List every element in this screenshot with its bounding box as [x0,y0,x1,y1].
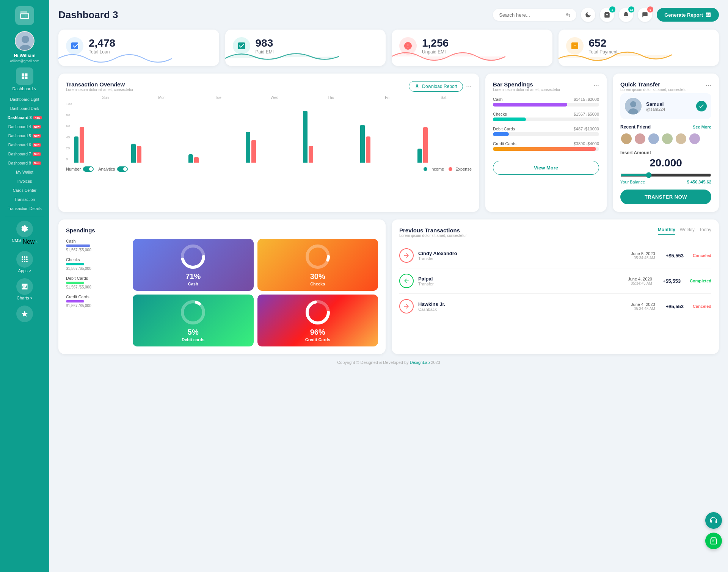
cms-section[interactable]: CMS New › [12,238,38,246]
moon-btn[interactable] [581,8,595,22]
fab-support[interactable] [705,512,722,529]
spending-cash-fill [493,103,567,107]
transaction-overview-card: Transaction Overview Lorem ipsum dolor s… [58,74,479,212]
number-toggle-pill[interactable] [83,166,94,172]
friend-avatar-3[interactable] [648,133,660,145]
charts-label[interactable]: Charts [17,296,33,300]
sidebar-email: william@gmail.com [10,59,39,63]
number-toggle[interactable]: Number [66,166,94,172]
sidebar-item-dashboard-light[interactable]: Dashboard Light [3,95,47,103]
sidebar-item-invoices[interactable]: Invoices [3,177,47,185]
charts-icon-btn[interactable] [16,278,33,295]
friend-avatar-5[interactable] [675,133,687,145]
transfer-user-handle: @sam224 [646,107,665,111]
sidebar-item-transaction-details[interactable]: Transaction Details [3,204,47,213]
quick-transfer-subtitle: Lorem ipsum dolor sit amet, consectetur [620,88,688,92]
download-report-button[interactable]: Download Report [409,81,463,92]
spending-row-debit: Debit Cards $487 /$10000 [493,127,599,136]
cms-icon-btn[interactable] [16,221,33,237]
amount-slider[interactable] [620,172,711,178]
bar-teal-4 [303,111,308,163]
analytics-toggle[interactable]: Analytics [98,166,128,172]
sidebar-item-transaction[interactable]: Transaction [3,195,47,204]
checks-donut-label: Checks [310,282,325,286]
footer-link[interactable]: DexignLab [410,360,430,365]
sidebar-item-dashboard-dark[interactable]: Dashboard Dark [3,104,47,113]
sidebar-logo[interactable] [15,6,34,25]
sidebar-item-my-wallet[interactable]: My Wallet [3,168,47,176]
tx-paipal-icon [399,274,414,288]
debit-donut-svg [180,299,206,326]
user-avatar-img [16,32,35,51]
badge-new-4: New [33,125,41,129]
svg-point-6 [22,259,23,260]
star-icon-btn[interactable] [16,306,33,322]
sidebar-item-dashboard-5[interactable]: Dashboard 5 New [3,132,47,140]
apps-label[interactable]: Apps [18,268,31,273]
tx-paipal-date-group: June 4, 2020 05:34:45 AM [628,277,652,285]
bar-spendings-more-button[interactable]: ··· [593,81,599,89]
credit-donut-label: Credit Cards [305,337,330,342]
download-icon [414,84,420,89]
credit-donut-svg [304,299,331,326]
dashboard-icon-btn[interactable] [16,67,33,85]
spendings-body: Cash $1,567 /$5,000 Checks $1,567 /$5,00… [66,239,378,346]
friend-avatar-6[interactable] [689,133,701,145]
chart-body-wrapper: 100 80 60 40 20 0 [66,102,472,163]
transfer-now-button[interactable]: TRANSFER NOW [620,190,711,204]
chart-legend-left: Number Analytics [66,166,128,172]
bar-teal-1 [131,144,136,163]
analytics-toggle-pill[interactable] [117,166,128,172]
search-box[interactable] [493,9,576,21]
sidebar-item-dashboard-4[interactable]: Dashboard 4 New [3,122,47,131]
cms-badge: New [22,238,35,245]
message-btn[interactable]: 5 [638,8,652,22]
friend-avatar-1[interactable] [620,133,632,145]
tx-cindy-status: Canceled [693,253,711,258]
sidebar-item-dashboard-8[interactable]: Dashboard 8 New [3,159,47,167]
grid-icon [21,72,28,80]
spending-item-checks-bar [66,263,84,265]
amount-value: 20.000 [620,157,711,169]
quick-transfer-more-button[interactable]: ··· [706,81,711,89]
sidebar-item-cards-center[interactable]: Cards Center [3,186,47,194]
unpaid-emi-wave [392,47,505,66]
quick-transfer-header: Quick Transfer Lorem ipsum dolor sit ame… [620,81,711,92]
see-more-link[interactable]: See More [693,125,711,129]
tx-cindy-name: Cindy Alexandro [418,251,457,256]
search-input[interactable] [499,12,562,18]
loan-wave [58,47,172,66]
tx-hawkins-info: Hawkins Jr. Cashback [418,301,446,312]
apps-icon-btn[interactable] [16,251,33,268]
spending-item-debit-values: $1,567 /$5,000 [66,285,127,289]
badge-new-6: New [33,143,41,147]
tx-paipal-arrow-icon [403,277,410,284]
bar-group-3 [246,132,300,163]
spending-item-debit: Debit Cards $1,567 /$5,000 [66,276,127,289]
friend-avatar-2[interactable] [634,133,646,145]
bar-red-3 [251,140,256,163]
friend-avatar-4[interactable] [661,133,673,145]
bar-red-0 [80,127,84,163]
sidebar-username: Hi,William [14,53,35,58]
sidebar-item-dashboard-7[interactable]: Dashboard 7 New [3,150,47,158]
generate-report-button[interactable]: Generate Report [657,8,719,22]
bar-spendings-header: Bar Spendings Lorem ipsum dolor sit amet… [493,81,599,92]
checks-donut-svg [304,243,331,270]
dashboard-label[interactable]: Dashboard [13,86,37,91]
sidebar-item-dashboard-3[interactable]: Dashboard 3 New [3,113,47,122]
moon-icon [585,11,592,18]
fab-cart[interactable] [705,533,722,549]
tab-monthly[interactable]: Monthly [658,227,675,235]
sidebar-item-dashboard-6[interactable]: Dashboard 6 New [3,141,47,149]
bar-chart [74,102,472,163]
bar-teal-0 [74,136,78,163]
expense-legend: Expense [449,167,472,171]
view-more-button[interactable]: View More [493,161,599,175]
transaction-overview-more-button[interactable]: ··· [466,83,472,91]
notification-btn[interactable]: 12 [619,8,633,22]
tab-today[interactable]: Today [699,227,711,235]
cart-btn[interactable]: 2 [600,8,614,22]
tab-weekly[interactable]: Weekly [680,227,695,235]
tx-tabs: Monthly Weekly Today [658,227,711,235]
